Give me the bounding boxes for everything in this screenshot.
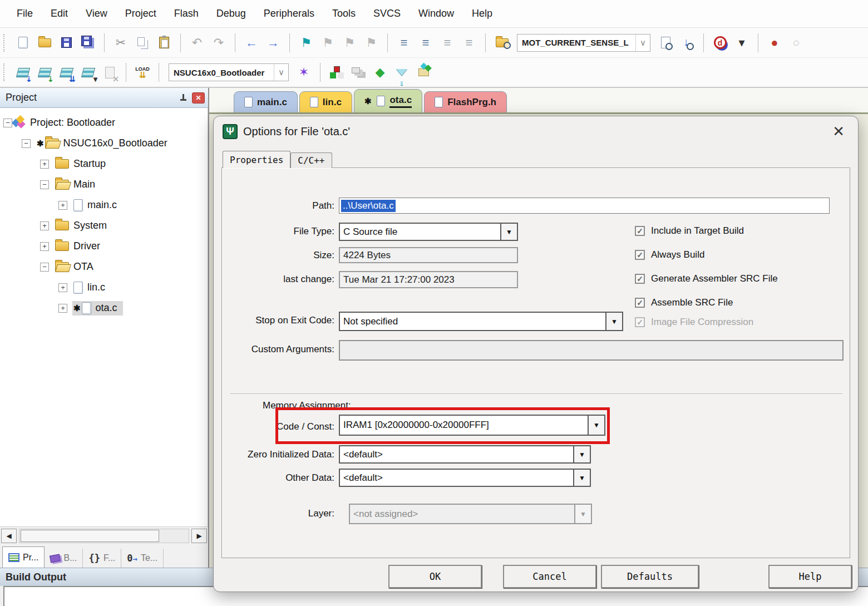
checkbox-icon[interactable]: ✓ [635, 298, 645, 308]
tree-item-ota[interactable]: −OTA [0, 257, 208, 277]
dialog-close-button[interactable]: ✕ [832, 124, 845, 139]
scroll-left-button[interactable]: ◀ [1, 529, 17, 543]
tree-item-main[interactable]: −Main [0, 174, 208, 195]
find-text-icon[interactable] [655, 32, 675, 53]
collapse-icon[interactable]: − [40, 263, 49, 272]
start-debug-session-icon[interactable]: d [710, 32, 730, 53]
rebuild-all-icon[interactable]: ⇊ [56, 62, 76, 83]
checkbox-icon[interactable]: ✓ [635, 226, 645, 236]
tab-lin-c[interactable]: lin.c [299, 91, 352, 112]
menu-flash[interactable]: Flash [174, 8, 199, 19]
redo-icon[interactable]: ↷ [209, 32, 229, 53]
collapse-icon[interactable]: − [22, 139, 31, 148]
clear-bookmarks-icon[interactable]: ⚑ [361, 32, 381, 53]
chevron-down-icon[interactable]: ▼ [573, 470, 590, 486]
manage-project-items-icon[interactable] [327, 62, 347, 83]
tree-item-main-c[interactable]: +main.c [0, 195, 208, 215]
comment-icon[interactable]: ≡ [437, 32, 457, 53]
tree-item-system[interactable]: +System [0, 215, 208, 236]
tree-item-startup[interactable]: +Startup [0, 154, 208, 174]
chevron-down-icon[interactable]: ∨ [274, 64, 288, 81]
menu-window[interactable]: Window [418, 8, 454, 19]
help-button[interactable]: Help [768, 565, 852, 588]
ok-button[interactable]: OK [388, 565, 482, 588]
download-to-flash-icon[interactable]: LOAD⇊ [132, 62, 152, 83]
new-document-icon[interactable] [13, 32, 33, 53]
toggle-bookmark-icon[interactable]: ⚑ [296, 32, 316, 53]
find-in-files-icon[interactable] [492, 32, 512, 53]
chevron-down-icon[interactable]: ▼ [605, 313, 622, 330]
file-type-dropdown[interactable]: C Source file ▼ [339, 223, 518, 241]
tree-item-project-bootloader[interactable]: −Project: Bootloader [0, 112, 208, 133]
path-input[interactable]: ..\User\ota.c [339, 198, 830, 214]
defaults-button[interactable]: Defaults [601, 565, 699, 588]
dialog-tab-properties[interactable]: Properties [223, 151, 290, 168]
checkbox-generate-assembler-src-file[interactable]: ✓Generate Assembler SRC File [635, 273, 778, 284]
outdent-icon[interactable]: ≡ [416, 32, 436, 53]
cut-icon[interactable]: ✂ [111, 32, 131, 53]
menu-svcs[interactable]: SVCS [373, 8, 401, 19]
chevron-down-icon[interactable]: ▼ [573, 446, 590, 462]
debug-dropdown-icon[interactable]: ▾ [732, 32, 752, 53]
indent-icon[interactable]: ≡ [394, 32, 414, 53]
menu-debug[interactable]: Debug [216, 8, 246, 19]
manage-rte-icon[interactable]: ◆ [370, 62, 390, 83]
expand-icon[interactable]: + [58, 304, 67, 313]
search-combobox[interactable]: MOT_CURRENT_SENSE_L∨ [517, 34, 650, 52]
menu-tools[interactable]: Tools [332, 8, 356, 19]
save-icon[interactable] [56, 32, 76, 53]
menu-peripherals[interactable]: Peripherals [264, 8, 314, 19]
toolbar-drag-handle[interactable] [3, 63, 8, 81]
disable-breakpoint-icon[interactable]: ○ [786, 32, 806, 53]
expand-icon[interactable]: + [40, 221, 49, 230]
paste-icon[interactable] [154, 32, 174, 53]
undo-icon[interactable]: ↶ [187, 32, 207, 53]
checkbox-icon[interactable]: ✓ [635, 250, 645, 260]
tab-ota-c[interactable]: ✱ota.c [354, 89, 422, 112]
next-bookmark-icon[interactable]: ⚑ [339, 32, 359, 53]
pack-installer-icon[interactable] [413, 62, 433, 83]
expand-icon[interactable]: + [58, 283, 67, 292]
checkbox-always-build[interactable]: ✓Always Build [635, 249, 704, 260]
menu-view[interactable]: View [86, 8, 107, 19]
scroll-right-button[interactable]: ▶ [191, 529, 207, 543]
prev-bookmark-icon[interactable]: ⚑ [318, 32, 338, 53]
uncomment-icon[interactable]: ≡ [459, 32, 479, 53]
scrollbar-track[interactable] [19, 529, 189, 543]
collapse-icon[interactable]: − [40, 180, 49, 189]
tab-flashprg-h[interactable]: FlashPrg.h [424, 91, 507, 112]
pin-icon[interactable] [179, 93, 188, 102]
options-for-target-icon[interactable]: ✶ [294, 62, 314, 83]
checkbox-assemble-src-file[interactable]: ✓Assemble SRC File [635, 297, 733, 308]
target-combobox[interactable]: NSUC16x0_Bootloader∨ [169, 63, 289, 81]
custom-arguments-input[interactable] [339, 340, 844, 361]
translate-file-icon[interactable]: ⇣ [13, 62, 33, 83]
copy-icon[interactable] [132, 32, 152, 53]
menu-file[interactable]: File [17, 8, 33, 19]
tab-main-c[interactable]: main.c [234, 91, 298, 112]
stop-on-exit-dropdown[interactable]: Not specified ▼ [339, 312, 623, 331]
collapse-icon[interactable]: − [3, 119, 12, 127]
memory-dropdown-zero-initialized-data[interactable]: <default>▼ [339, 445, 591, 464]
project-panel-close-button[interactable]: ✕ [192, 92, 205, 104]
panel-tab-pr[interactable]: Pr... [2, 546, 45, 568]
tree-item-lin-c[interactable]: +lin.c [0, 277, 208, 298]
scrollbar-thumb[interactable] [21, 530, 159, 542]
expand-icon[interactable]: + [58, 201, 67, 210]
checkbox-icon[interactable]: ✓ [635, 274, 645, 284]
expand-icon[interactable]: + [40, 242, 49, 251]
navigate-back-icon[interactable]: ← [241, 32, 262, 53]
open-file-icon[interactable] [34, 32, 55, 53]
filter-windows-icon[interactable] [392, 62, 412, 83]
tree-item-nsuc16x0-bootloader[interactable]: −✱NSUC16x0_Bootloader [0, 133, 208, 154]
dialog-tab-c-c[interactable]: C/C++ [290, 152, 332, 168]
menu-help[interactable]: Help [472, 8, 492, 19]
expand-icon[interactable]: + [40, 160, 49, 169]
save-all-icon[interactable] [78, 32, 98, 53]
multiple-windows-icon[interactable] [348, 62, 368, 83]
checkbox-include-in-target-build[interactable]: ✓Include in Target Build [635, 225, 744, 237]
insert-breakpoint-icon[interactable]: ● [765, 32, 785, 53]
incremental-find-icon[interactable] [677, 32, 697, 53]
panel-tab-b[interactable]: B... [45, 549, 83, 568]
menu-edit[interactable]: Edit [51, 8, 68, 19]
